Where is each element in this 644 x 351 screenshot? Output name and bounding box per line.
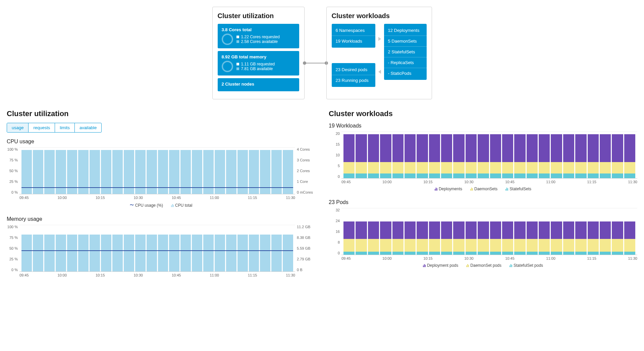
chevron-right-icon: [378, 37, 381, 41]
namespaces-workloads-group[interactable]: 6 Namespaces 19 Workloads: [332, 24, 375, 48]
x-axis: 09:4510:0010:1510:3010:4511:0011:1511:30: [329, 256, 637, 260]
workloads-chart: 19 Workloads 20151050 09:4510:0010:1510:…: [329, 123, 637, 191]
section-title: Cluster workloads: [329, 109, 637, 118]
tab-requests[interactable]: requests: [29, 123, 55, 132]
section-title: Cluster utilization: [7, 109, 315, 118]
cluster-utilization-card: Cluster utilization 3.8 Cores total 1.22…: [212, 7, 305, 99]
tab-usage[interactable]: usage: [7, 123, 29, 132]
card-title: Cluster utilization: [218, 12, 299, 20]
tab-limits[interactable]: limits: [55, 123, 75, 132]
pods-chart: 23 Pods 32241680 09:4510:0010:1510:3010:…: [329, 199, 637, 268]
x-axis: 09:4510:0010:1510:3010:4511:0011:1511:30: [7, 273, 315, 277]
memory-box[interactable]: 8.92 GB total memory 1.11 GB requested 7…: [218, 51, 299, 76]
legend-statefulsets: StatefulSets: [505, 187, 531, 191]
memory-ring-icon: [222, 61, 233, 72]
memory-usage-chart: Memory usage 100 %75 %50 %25 %0 % 11.2 G…: [7, 216, 315, 277]
y-axis-left: 100 %75 %50 %25 %0 %: [7, 225, 19, 272]
chevron-left-icon: [378, 70, 381, 74]
nodes-box[interactable]: 2 Cluster nodes: [218, 78, 299, 91]
legend-statefulset-pods: StatefulSet pods: [509, 263, 543, 268]
legend-daemonset-pods: DaemonSet pods: [466, 263, 501, 268]
summary-cards-row: Cluster utilization 3.8 Cores total 1.22…: [7, 7, 637, 99]
card-title: Cluster workloads: [332, 12, 427, 20]
legend-cpu-total: CPU total: [171, 203, 192, 208]
y-axis-right: 11.2 GB8.38 GB5.59 GB2.79 GB0 B: [295, 225, 315, 272]
x-axis: 09:4510:0010:1510:3010:4511:0011:1511:30: [329, 180, 637, 184]
card-connector: [305, 7, 326, 99]
workload-types-group[interactable]: 12 Deployments 5 DaemonSets 2 StatefulSe…: [384, 24, 427, 80]
x-axis: 09:4510:0010:1510:3010:4511:0011:1511:30: [7, 196, 315, 200]
utilization-section: Cluster utilization usage requests limit…: [7, 109, 315, 285]
y-axis-right: 4 Cores3 Cores2 Cores1 Core0 mCores: [295, 147, 315, 194]
cpu-usage-chart: CPU usage 100 %75 %50 %25 %0 % 4 Cores3 …: [7, 139, 315, 208]
cores-box[interactable]: 3.8 Cores total 1.22 Cores requested 2.5…: [218, 24, 299, 48]
y-axis-left: 20151050: [329, 132, 341, 179]
legend-deployments: Deployments: [435, 187, 462, 191]
tab-available[interactable]: available: [75, 123, 101, 132]
y-axis-left: 100 %75 %50 %25 %0 %: [7, 147, 19, 194]
pods-group[interactable]: 23 Desired pods 23 Running pods: [332, 63, 375, 87]
y-axis-left: 32241680: [329, 208, 341, 255]
workloads-section: Cluster workloads 19 Workloads 20151050 …: [329, 109, 637, 285]
metric-tabs: usage requests limits available: [7, 123, 102, 133]
legend-deployment-pods: Deployment pods: [423, 263, 458, 268]
cluster-workloads-card: Cluster workloads 6 Namespaces 19 Worklo…: [326, 7, 432, 99]
cores-ring-icon: [222, 34, 233, 45]
legend-daemonsets: DaemonSets: [470, 187, 497, 191]
legend-cpu-usage: 〜CPU usage (%): [130, 202, 163, 208]
